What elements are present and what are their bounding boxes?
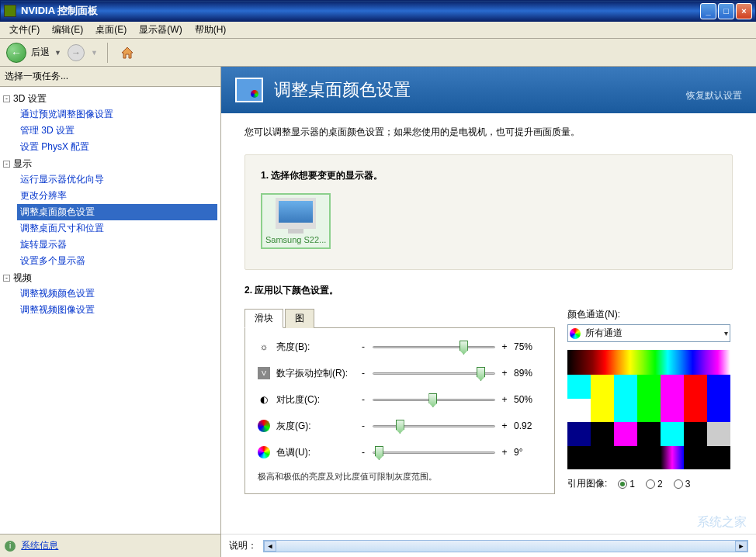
reference-radio-1[interactable]: 1 xyxy=(618,479,635,490)
tree-item-manage-3d[interactable]: 管理 3D 设置 xyxy=(17,123,217,139)
tree-group-3d: - 3D 设置 通过预览调整图像设置 管理 3D 设置 设置 PhysX 配置 xyxy=(3,92,217,155)
tree-item-rotate[interactable]: 旋转显示器 xyxy=(17,237,217,253)
reference-label: 引用图像: xyxy=(567,477,607,490)
tree-item-monitor-wizard[interactable]: 运行显示器优化向导 xyxy=(17,171,217,188)
tree-group-header-3d[interactable]: - 3D 设置 xyxy=(3,92,217,106)
back-button[interactable]: ← 后退 ▼ xyxy=(6,43,61,63)
forward-dropdown-icon[interactable]: ▼ xyxy=(91,49,98,57)
tree-item-physx[interactable]: 设置 PhysX 配置 xyxy=(17,139,217,155)
scroll-right-button[interactable]: ► xyxy=(735,541,747,552)
home-icon xyxy=(120,45,135,61)
reference-image-row: 引用图像: 1 2 3 xyxy=(567,477,730,490)
gamma-slider[interactable] xyxy=(373,418,495,434)
horizontal-scrollbar[interactable]: ◄ ► xyxy=(263,540,748,552)
hue-label: 色调(U): xyxy=(276,446,354,459)
reference-radio-3[interactable]: 3 xyxy=(674,479,691,490)
color-channel-select[interactable]: 所有通道 ▾ xyxy=(567,324,730,342)
maximize-button[interactable]: □ xyxy=(718,3,734,19)
color-channel-panel: 颜色通道(N): 所有通道 ▾ xyxy=(567,308,730,490)
tree-item-resolution[interactable]: 更改分辨率 xyxy=(17,188,217,204)
vibrance-value: 89% xyxy=(514,368,542,379)
step1-title: 1. 选择你想要变更的显示器。 xyxy=(261,169,716,182)
task-tree: - 3D 设置 通过预览调整图像设置 管理 3D 设置 设置 PhysX 配置 … xyxy=(0,87,220,534)
tab-bar: 滑块 图 xyxy=(244,308,555,328)
tree-item-video-color[interactable]: 调整视频颜色设置 xyxy=(17,285,217,302)
tree-item-preview-image[interactable]: 通过预览调整图像设置 xyxy=(17,106,217,123)
menubar: 文件(F) 编辑(E) 桌面(E) 显示器(W) 帮助(H) xyxy=(0,22,756,39)
toolbar-separator xyxy=(107,43,108,63)
reference-radio-2[interactable]: 2 xyxy=(646,479,663,490)
plus-icon: + xyxy=(501,447,508,458)
menu-monitor[interactable]: 显示器(W) xyxy=(133,22,188,38)
vibrance-icon: V xyxy=(258,367,270,379)
gamma-label: 灰度(G): xyxy=(276,420,354,433)
window-title: NVIDIA 控制面板 xyxy=(21,4,700,18)
info-icon: i xyxy=(5,541,16,552)
radio-icon xyxy=(674,479,683,489)
footer-label: 说明： xyxy=(229,539,257,552)
slider-vibrance-row: V 数字振动控制(R): - + 89% xyxy=(258,365,542,381)
menu-edit[interactable]: 编辑(E) xyxy=(46,22,89,38)
tab-image[interactable]: 图 xyxy=(285,309,314,328)
back-dropdown-icon[interactable]: ▼ xyxy=(54,49,61,57)
tree-group-header-display[interactable]: - 显示 xyxy=(3,157,217,171)
scroll-left-button[interactable]: ◄ xyxy=(264,541,276,552)
hue-slider[interactable] xyxy=(373,445,495,460)
slider-gamma-row: 灰度(G): - + 0.92 xyxy=(258,418,542,434)
brightness-icon: ☼ xyxy=(258,341,270,353)
vibrance-slider[interactable] xyxy=(373,365,495,381)
tree-item-desktop-size[interactable]: 调整桌面尺寸和位置 xyxy=(17,220,217,237)
slider-contrast-row: ◐ 对比度(C): - + 50% xyxy=(258,392,542,407)
color-channel-value: 所有通道 xyxy=(585,327,622,340)
home-button[interactable] xyxy=(117,43,137,63)
contrast-value: 50% xyxy=(514,394,542,405)
gamma-value: 0.92 xyxy=(514,420,542,431)
minus-icon: - xyxy=(360,420,366,431)
titlebar: NVIDIA 控制面板 _ □ × xyxy=(0,0,756,22)
close-button[interactable]: × xyxy=(736,3,752,19)
content-body: 您可以调整显示器的桌面颜色设置；如果您使用的是电视机，也可提升画面质量。 1. … xyxy=(221,113,756,534)
contrast-label: 对比度(C): xyxy=(276,393,354,407)
tree-toggle-icon[interactable]: - xyxy=(3,275,10,282)
contrast-slider[interactable] xyxy=(373,392,495,407)
tree-toggle-icon[interactable]: - xyxy=(3,95,10,102)
tree-item-multi-monitor[interactable]: 设置多个显示器 xyxy=(17,253,217,269)
tree-group-header-video[interactable]: - 视频 xyxy=(3,271,217,285)
page-description: 您可以调整显示器的桌面颜色设置；如果您使用的是电视机，也可提升画面质量。 xyxy=(244,126,733,139)
color-grid-preview xyxy=(567,375,730,446)
content-header: 调整桌面颜色设置 恢复默认设置 xyxy=(221,67,756,113)
restore-defaults-link[interactable]: 恢复默认设置 xyxy=(686,89,742,102)
slider-brightness-row: ☼ 亮度(B): - + 75% xyxy=(258,339,542,355)
slider-note: 极高和极低的亮度及对比度值可限制灰度范围。 xyxy=(258,471,542,483)
brightness-label: 亮度(B): xyxy=(276,341,354,354)
sidebar-header: 选择一项任务... xyxy=(0,67,220,87)
brightness-slider[interactable] xyxy=(373,339,495,355)
sidebar: 选择一项任务... - 3D 设置 通过预览调整图像设置 管理 3D 设置 设置… xyxy=(0,67,221,557)
chevron-down-icon: ▾ xyxy=(724,329,728,337)
window-controls: _ □ × xyxy=(700,3,752,19)
menu-desktop[interactable]: 桌面(E) xyxy=(89,22,133,38)
tree-toggle-icon[interactable]: - xyxy=(3,161,10,168)
nvidia-icon xyxy=(4,5,16,17)
tree-group-label: 视频 xyxy=(13,272,32,285)
contrast-icon: ◐ xyxy=(258,393,270,406)
hue-icon xyxy=(258,446,270,458)
tree-group-video: - 视频 调整视频颜色设置 调整视频图像设置 xyxy=(3,271,217,318)
minimize-button[interactable]: _ xyxy=(700,3,716,19)
color-channel-label: 颜色通道(N): xyxy=(567,308,730,321)
tab-sliders[interactable]: 滑块 xyxy=(244,309,283,328)
content-footer: 说明： ◄ ► xyxy=(221,534,756,557)
monitor-icon xyxy=(276,198,316,229)
tree-item-desktop-color[interactable]: 调整桌面颜色设置 xyxy=(17,204,217,220)
minus-icon: - xyxy=(360,341,366,352)
forward-button[interactable]: → xyxy=(68,44,85,61)
menu-file[interactable]: 文件(F) xyxy=(3,22,46,38)
monitor-label: Samsung S22... xyxy=(265,235,326,244)
menu-help[interactable]: 帮助(H) xyxy=(189,22,233,38)
monitor-item[interactable]: Samsung S22... xyxy=(261,193,331,249)
system-info-link[interactable]: 系统信息 xyxy=(21,540,58,551)
tree-item-video-image[interactable]: 调整视频图像设置 xyxy=(17,302,217,318)
plus-icon: + xyxy=(501,368,508,379)
radio-icon xyxy=(646,479,655,489)
plus-icon: + xyxy=(501,420,508,431)
